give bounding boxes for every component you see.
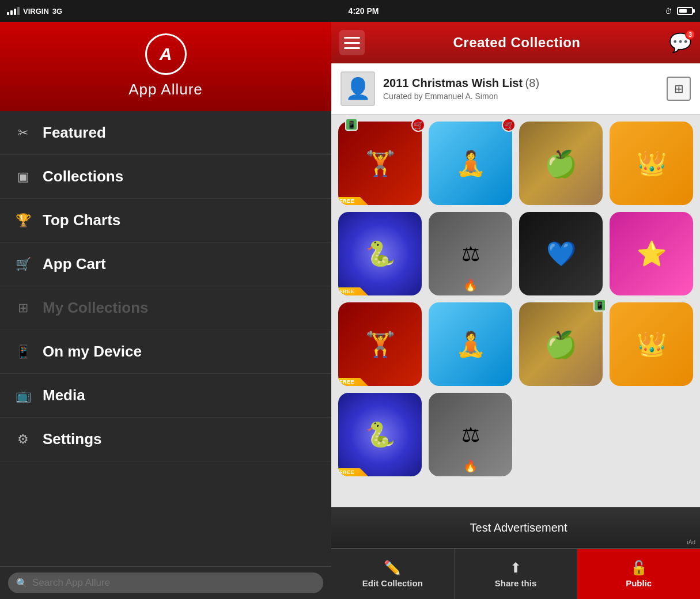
- tab-public-label: Public: [626, 578, 652, 588]
- right-panel: Created Collection 💬 3 👤 2011 Christmas …: [331, 22, 700, 599]
- app-logo: A: [145, 33, 187, 75]
- hamburger-line-3: [344, 47, 360, 49]
- nav-label-featured: Featured: [43, 124, 106, 142]
- trophy-icon: 🏆: [14, 213, 32, 228]
- list-item[interactable]: 👑: [610, 122, 693, 205]
- search-icon: 🔍: [16, 578, 28, 589]
- page-title: Created Collection: [453, 35, 580, 51]
- nav-label-top-charts: Top Charts: [43, 211, 120, 229]
- sidebar-item-featured[interactable]: ✂ Featured: [0, 111, 331, 155]
- list-item[interactable]: 🍏: [519, 122, 603, 205]
- network: 3G: [52, 7, 62, 16]
- free-tag: FREE: [338, 197, 368, 205]
- cart-badge: 🛒: [411, 118, 425, 132]
- signal-bars: [7, 7, 20, 15]
- grid-toggle-button[interactable]: ⊞: [667, 77, 691, 101]
- collection-avatar: 👤: [340, 71, 375, 106]
- clock-icon: ⏱: [665, 7, 672, 16]
- phone-icon: 📱: [14, 344, 32, 359]
- battery-icon: [677, 7, 693, 15]
- list-item[interactable]: 🧘: [429, 302, 512, 386]
- hamburger-line-2: [344, 42, 360, 44]
- collection-count: (8): [525, 77, 539, 89]
- device-badge: 📱: [345, 118, 358, 131]
- collection-info: 2011 Christmas Wish List (8) Curated by …: [383, 77, 659, 101]
- sidebar-item-top-charts[interactable]: 🏆 Top Charts: [0, 199, 331, 242]
- search-bar: 🔍: [0, 566, 331, 599]
- tab-share-this[interactable]: ⬆ Share this: [455, 549, 578, 599]
- cart-badge: 🛒: [502, 118, 516, 132]
- device-badge: 📱: [593, 299, 606, 312]
- sidebar-item-app-cart[interactable]: 🛒 App Cart: [0, 242, 331, 286]
- edit-icon: ✏️: [384, 560, 401, 576]
- right-header: Created Collection 💬 3: [331, 22, 700, 63]
- tab-share-label: Share this: [495, 578, 537, 588]
- collection-name: 2011 Christmas Wish List (8): [383, 77, 659, 90]
- status-time: 4:20 PM: [349, 6, 379, 16]
- bottom-tabs: ✏️ Edit Collection ⬆ Share this 🔓 Public: [331, 548, 700, 599]
- collection-name-text: 2011 Christmas Wish List: [383, 77, 523, 89]
- list-item[interactable]: ⚖ 🔥: [429, 393, 512, 476]
- app-header: A App Allure: [0, 22, 331, 111]
- app-title: App Allure: [128, 81, 203, 98]
- ad-banner[interactable]: Test Advertisement iAd: [331, 507, 700, 548]
- notification-button[interactable]: 💬 3: [669, 32, 692, 54]
- main-content: A App Allure ✂ Featured ▣ Collections 🏆 …: [0, 22, 700, 599]
- list-item[interactable]: 🏋 FREE 🛒 📱: [338, 122, 422, 205]
- list-item[interactable]: 👑: [610, 302, 693, 386]
- tab-edit-collection[interactable]: ✏️ Edit Collection: [331, 549, 455, 599]
- list-item[interactable]: 🐍 FREE: [338, 212, 422, 295]
- nav-label-on-my-device: On my Device: [43, 343, 142, 361]
- tab-edit-label: Edit Collection: [362, 578, 423, 588]
- list-item[interactable]: 🧘 🛒: [429, 122, 512, 205]
- sidebar-item-on-my-device[interactable]: 📱 On my Device: [0, 330, 331, 374]
- list-item[interactable]: ⚖ 🔥: [429, 212, 512, 295]
- list-item[interactable]: ⭐: [610, 212, 693, 295]
- list-item[interactable]: 🍏 📱: [519, 302, 603, 386]
- list-item[interactable]: 💙: [519, 212, 603, 295]
- hamburger-line-1: [344, 37, 360, 39]
- search-input[interactable]: [32, 577, 315, 589]
- nav-label-collections: Collections: [43, 168, 123, 185]
- ad-text: Test Advertisement: [470, 521, 567, 534]
- avatar-icon: 👤: [345, 77, 371, 101]
- media-icon: 📺: [14, 388, 32, 403]
- free-tag: FREE: [338, 378, 368, 386]
- sidebar-item-settings[interactable]: ⚙ Settings: [0, 418, 331, 461]
- unlock-icon: 🔓: [630, 560, 648, 576]
- status-left: VIRGIN 3G: [7, 7, 62, 16]
- menu-button[interactable]: [339, 30, 365, 55]
- ad-label: iAd: [687, 539, 695, 545]
- sidebar-item-media[interactable]: 📺 Media: [0, 374, 331, 418]
- collection-curator: Curated by Emmanuel A. Simon: [383, 92, 659, 101]
- notification-badge: 3: [685, 29, 695, 40]
- add-box-icon: ⊞: [14, 301, 32, 316]
- apps-grid: 🏋 FREE 🛒 📱 🧘 🛒 🍏: [331, 115, 700, 507]
- sidebar-item-my-collections[interactable]: ⊞ My Collections: [0, 286, 331, 330]
- status-bar: VIRGIN 3G 4:20 PM ⏱: [0, 0, 700, 22]
- scissors-icon: ✂: [14, 126, 32, 141]
- carrier: VIRGIN: [23, 7, 49, 16]
- grid-icon: ⊞: [674, 82, 684, 96]
- nav-label-my-collections: My Collections: [43, 299, 148, 317]
- list-item[interactable]: 🐍 FREE: [338, 393, 422, 476]
- nav-label-app-cart: App Cart: [43, 255, 106, 273]
- nav-label-settings: Settings: [43, 430, 102, 448]
- collections-icon: ▣: [14, 169, 32, 184]
- cart-icon: 🛒: [14, 257, 32, 272]
- sidebar-item-collections[interactable]: ▣ Collections: [0, 155, 331, 199]
- nav-menu: ✂ Featured ▣ Collections 🏆 Top Charts 🛒 …: [0, 111, 331, 566]
- nav-label-media: Media: [43, 386, 85, 404]
- list-item[interactable]: 🏋 FREE: [338, 302, 422, 386]
- tab-public[interactable]: 🔓 Public: [577, 549, 700, 599]
- search-wrapper: 🔍: [8, 573, 323, 593]
- logo-letter: A: [160, 44, 172, 64]
- left-panel: A App Allure ✂ Featured ▣ Collections 🏆 …: [0, 22, 331, 599]
- free-tag: FREE: [338, 287, 368, 295]
- free-tag: FREE: [338, 468, 368, 476]
- share-icon: ⬆: [510, 560, 521, 576]
- status-right: ⏱: [665, 7, 693, 16]
- collection-header: 👤 2011 Christmas Wish List (8) Curated b…: [331, 63, 700, 115]
- gear-icon: ⚙: [14, 432, 32, 447]
